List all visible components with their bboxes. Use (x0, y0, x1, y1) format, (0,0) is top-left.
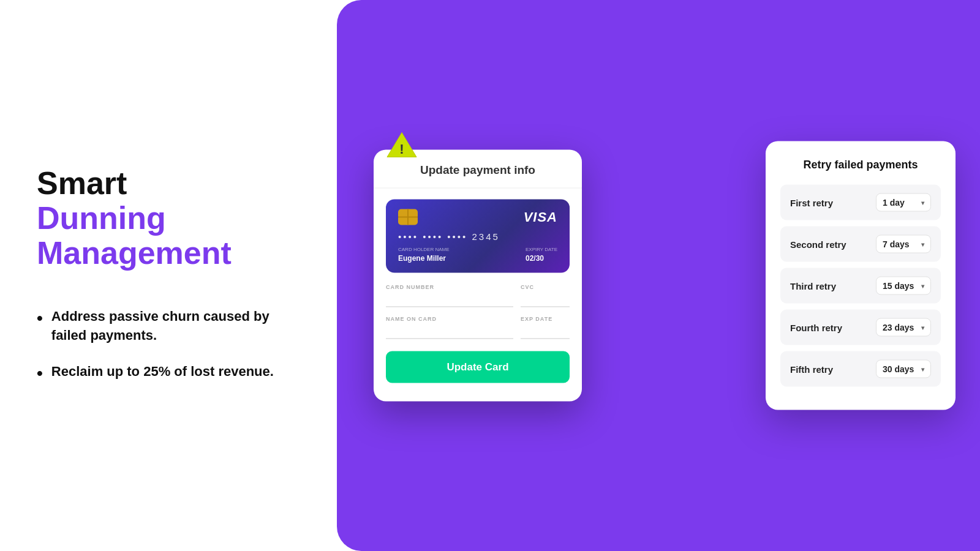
card-holder-name: Eugene Miller (398, 254, 446, 263)
credit-card-top: VISA (398, 209, 557, 225)
retry-3-label: Third retry (790, 280, 836, 291)
card-holder-label: Card Holder name (398, 247, 450, 252)
retry-2-select[interactable]: 7 days ▾ (876, 235, 931, 253)
feature-item-2-text: Reclaim up to 25% of lost revenue. (51, 362, 274, 381)
expiry-label: Expiry Date (526, 247, 557, 252)
retry-panel-title: Retry failed payments (780, 159, 941, 171)
feature-item-2: Reclaim up to 25% of lost revenue. (37, 362, 300, 385)
card-number-display: •••• •••• •••• 2345 (398, 231, 557, 242)
exp-date-input[interactable] (521, 324, 570, 339)
cvc-label: CVC (521, 284, 570, 290)
retry-row-2: Second retry 7 days ▾ (780, 227, 941, 262)
retry-5-select[interactable]: 30 days ▾ (876, 360, 931, 378)
name-on-card-label: NAME ON CARD (386, 316, 513, 322)
payment-card-title: Update payment info (420, 163, 535, 176)
card-holder-info: Card Holder name Eugene Miller (398, 247, 450, 263)
retry-1-value: 1 day (883, 198, 905, 208)
update-card-button[interactable]: Update Card (386, 351, 570, 383)
retry-row-1: First retry 1 day ▾ (780, 185, 941, 220)
headline-purple-line2: Management (37, 236, 300, 271)
retry-3-select[interactable]: 15 days ▾ (876, 277, 931, 295)
retry-1-select[interactable]: 1 day ▾ (876, 193, 931, 212)
feature-item-1: Address passive churn caused by failed p… (37, 307, 300, 345)
name-on-card-input[interactable] (386, 324, 513, 339)
card-number-label: CARD NUMBER (386, 284, 513, 290)
card-number-group: CARD NUMBER (386, 284, 513, 307)
form-row-1: CARD NUMBER CVC (374, 284, 582, 307)
retry-panel: Retry failed payments First retry 1 day … (766, 141, 956, 410)
payment-update-card: ! Update payment info VISA •••• •••• •••… (374, 150, 582, 402)
expiry-value: 02/30 (526, 254, 544, 263)
credit-card-visual: VISA •••• •••• •••• 2345 Card Holder nam… (386, 200, 570, 273)
chip-icon (398, 209, 418, 225)
exp-date-group: EXP DATE (521, 316, 570, 339)
cvc-input[interactable] (521, 293, 570, 307)
right-panel: ! Update payment info VISA •••• •••• •••… (337, 0, 980, 551)
retry-3-value: 15 days (883, 281, 914, 291)
exp-date-label: EXP DATE (521, 316, 570, 322)
cvc-group: CVC (521, 284, 570, 307)
card-number-input[interactable] (386, 293, 513, 307)
retry-row-3: Third retry 15 days ▾ (780, 268, 941, 304)
form-row-2: NAME ON CARD EXP DATE (374, 316, 582, 339)
retry-2-label: Second retry (790, 239, 846, 249)
retry-4-select[interactable]: 23 days ▾ (876, 318, 931, 337)
feature-list: Address passive churn caused by failed p… (37, 307, 300, 385)
expiry-info: Expiry Date 02/30 (526, 247, 557, 263)
payment-card-header: Update payment info (374, 150, 582, 189)
headline-black: Smart (37, 165, 127, 201)
chevron-down-icon-3: ▾ (921, 282, 924, 289)
chevron-down-icon-2: ▾ (921, 241, 924, 247)
feature-item-1-text: Address passive churn caused by failed p… (51, 307, 300, 345)
chevron-down-icon-4: ▾ (921, 324, 924, 331)
retry-row-5: Fifth retry 30 days ▾ (780, 351, 941, 387)
retry-row-4: Fourth retry 23 days ▾ (780, 310, 941, 345)
chevron-down-icon: ▾ (921, 199, 924, 206)
retry-2-value: 7 days (883, 239, 910, 249)
card-brand: VISA (524, 209, 557, 225)
name-on-card-group: NAME ON CARD (386, 316, 513, 339)
card-bottom: Card Holder name Eugene Miller Expiry Da… (398, 247, 557, 263)
retry-4-value: 23 days (883, 323, 914, 332)
retry-5-label: Fifth retry (790, 364, 833, 374)
retry-4-label: Fourth retry (790, 322, 842, 332)
chevron-down-icon-5: ▾ (921, 365, 924, 372)
retry-5-value: 30 days (883, 364, 914, 374)
left-panel: Smart Dunning Management Address passive… (0, 0, 337, 551)
retry-1-label: First retry (790, 197, 833, 208)
headline-purple-line1: Dunning (37, 201, 300, 236)
headline: Smart Dunning Management (37, 166, 300, 271)
